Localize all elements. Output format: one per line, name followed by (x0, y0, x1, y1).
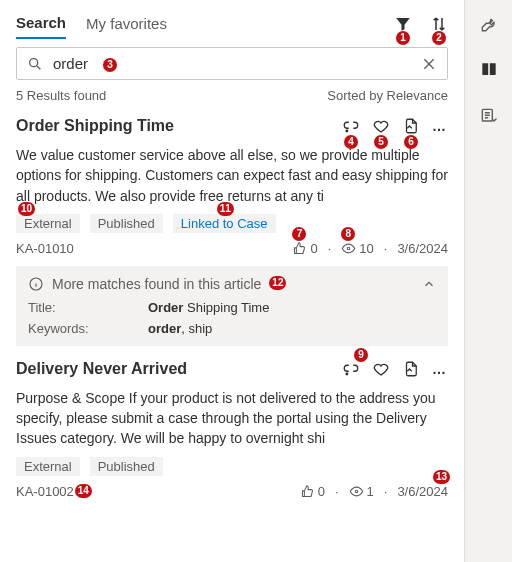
more-label: More matches found in this article (52, 276, 261, 292)
article-2-id: KA-01002 14 (16, 484, 74, 499)
tag-linked[interactable]: Linked to Case 11 (173, 214, 276, 233)
article-2-title[interactable]: Delivery Never Arrived (16, 360, 342, 378)
dot: · (328, 241, 332, 256)
article-2-date: 3/6/2024 13 (397, 484, 448, 499)
link-doc-icon[interactable]: 6 (402, 117, 420, 135)
article-2: 9 Delivery Never Arrived … Purpose & Sc (16, 360, 448, 499)
tag-external[interactable]: External (16, 457, 80, 476)
badge-more: 12 (269, 276, 286, 290)
more-matches: More matches found in this article 12 Ti… (16, 266, 448, 346)
search-box[interactable]: 3 (16, 47, 448, 80)
info-icon (28, 276, 44, 292)
badge-a1-link: 6 (404, 135, 418, 149)
article-2-excerpt: Purpose & Scope If your product is not d… (16, 388, 448, 449)
favorite-icon[interactable]: 5 (372, 117, 390, 135)
search-icon (27, 56, 43, 72)
tag-published[interactable]: Published (90, 214, 163, 233)
views-icon: 1 (349, 484, 374, 499)
likes-icon[interactable]: 0 (300, 484, 325, 499)
book-icon[interactable] (479, 60, 499, 80)
badge-tag-external: 10 (18, 202, 35, 216)
article-1: Order Shipping Time 4 5 6 … (16, 117, 448, 346)
tabs-bar: Search My favorites 1 2 (16, 8, 448, 39)
tab-search[interactable]: Search (16, 8, 66, 39)
views-icon: 10 8 (341, 241, 373, 256)
badge-tag-linked: 11 (217, 202, 234, 216)
svg-point-1 (348, 247, 351, 250)
article-1-title[interactable]: Order Shipping Time (16, 117, 342, 135)
more-icon[interactable]: … (432, 118, 448, 134)
tag-published[interactable]: Published (90, 457, 163, 476)
unlink-icon[interactable]: 4 (342, 117, 360, 135)
results-count: 5 Results found (16, 88, 106, 103)
likes-icon[interactable]: 0 7 (292, 241, 317, 256)
tag-external[interactable]: External 10 (16, 214, 80, 233)
svg-point-3 (355, 490, 358, 493)
badge-searchbox: 3 (103, 58, 117, 72)
field-keywords-value: order, ship (148, 321, 212, 336)
field-keywords-label: Keywords: (28, 321, 148, 336)
sort-icon[interactable]: 2 (430, 15, 448, 33)
clear-icon[interactable] (421, 56, 437, 72)
dot: · (335, 484, 339, 499)
field-title-label: Title: (28, 300, 148, 315)
side-rail (464, 0, 512, 562)
dot: · (384, 241, 388, 256)
results-sort: Sorted by Relevance (327, 88, 448, 103)
badge-a1-likes: 7 (292, 227, 306, 241)
favorite-icon[interactable] (372, 360, 390, 378)
field-title-value: Order Shipping Time (148, 300, 269, 315)
dot: · (384, 484, 388, 499)
script-icon[interactable] (479, 106, 499, 126)
badge-a1-fav: 5 (374, 135, 388, 149)
badge-a1-views: 8 (341, 227, 355, 241)
link-doc-icon[interactable] (402, 360, 420, 378)
badge-a2-date: 13 (433, 470, 450, 484)
unlink-icon[interactable] (342, 360, 360, 378)
article-1-excerpt: We value customer service above all else… (16, 145, 448, 206)
chevron-up-icon[interactable] (422, 277, 436, 291)
article-1-date: 3/6/2024 (397, 241, 448, 256)
badge-a1-unlink: 4 (344, 135, 358, 149)
badge-sort: 2 (432, 31, 446, 45)
article-1-id: KA-01010 (16, 241, 74, 256)
wrench-icon[interactable] (479, 14, 499, 34)
badge-filter: 1 (396, 31, 410, 45)
more-icon[interactable]: … (432, 361, 448, 377)
tab-favorites[interactable]: My favorites (86, 9, 167, 38)
svg-point-0 (30, 58, 38, 66)
filter-icon[interactable]: 1 (394, 15, 412, 33)
badge-a2-id: 14 (75, 484, 92, 498)
